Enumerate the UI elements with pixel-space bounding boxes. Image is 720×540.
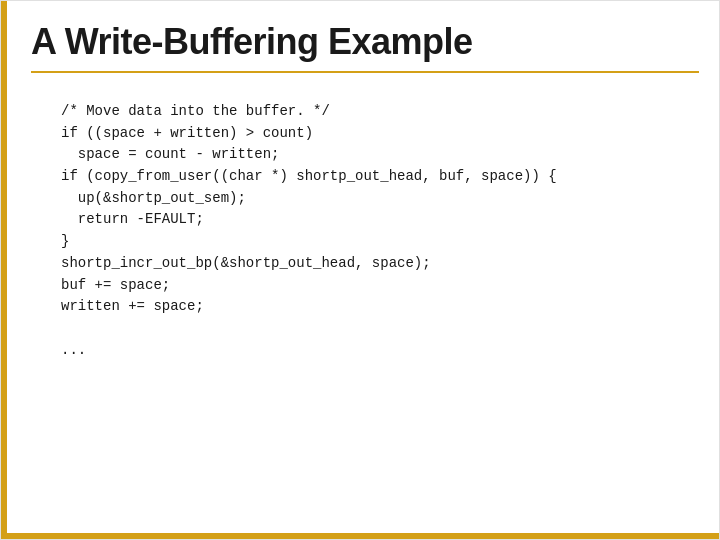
left-accent-bar [1, 1, 7, 539]
slide-container: A Write-Buffering Example /* Move data i… [0, 0, 720, 540]
bottom-accent-bar [1, 533, 719, 539]
code-block: /* Move data into the buffer. */ if ((sp… [61, 101, 689, 361]
title-area: A Write-Buffering Example [31, 21, 699, 73]
slide-title: A Write-Buffering Example [31, 21, 699, 63]
content-area: /* Move data into the buffer. */ if ((sp… [61, 101, 689, 361]
title-underline [31, 71, 699, 73]
